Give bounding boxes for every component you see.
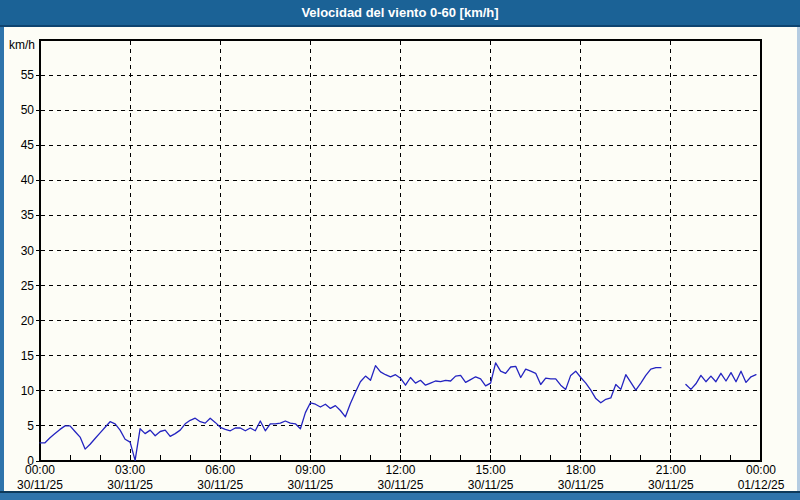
svg-text:35: 35 [21, 208, 35, 222]
svg-text:03:00: 03:00 [115, 463, 145, 477]
svg-text:30/11/25: 30/11/25 [197, 478, 243, 492]
y-axis-unit-label: km/h [9, 38, 35, 52]
svg-text:09:00: 09:00 [295, 463, 325, 477]
svg-text:01/12/25: 01/12/25 [738, 478, 785, 492]
svg-text:20: 20 [21, 314, 35, 328]
chart-window: Velocidad del viento 0-60 [km/h] 0510152… [0, 0, 800, 500]
svg-text:21:00: 21:00 [656, 463, 686, 477]
svg-text:40: 40 [21, 173, 35, 187]
svg-text:30/11/25: 30/11/25 [648, 478, 694, 492]
svg-text:30: 30 [21, 244, 35, 258]
svg-text:50: 50 [21, 103, 35, 117]
svg-text:30/11/25: 30/11/25 [17, 478, 63, 492]
wind-speed-chart: 051015202530354045505500:0030/11/2503:00… [0, 0, 800, 500]
svg-text:12:00: 12:00 [385, 463, 415, 477]
window-border-left [0, 27, 4, 500]
svg-text:30/11/25: 30/11/25 [468, 478, 514, 492]
svg-text:10: 10 [21, 384, 35, 398]
svg-text:06:00: 06:00 [205, 463, 235, 477]
svg-text:45: 45 [21, 138, 35, 152]
svg-text:00:00: 00:00 [746, 463, 776, 477]
chart-gridlines [41, 41, 760, 460]
svg-text:18:00: 18:00 [566, 463, 596, 477]
svg-text:15: 15 [21, 349, 35, 363]
svg-text:00:00: 00:00 [25, 463, 55, 477]
window-border-bottom [0, 491, 800, 500]
svg-text:30/11/25: 30/11/25 [558, 478, 604, 492]
svg-text:30/11/25: 30/11/25 [287, 478, 333, 492]
svg-text:30/11/25: 30/11/25 [107, 478, 153, 492]
svg-text:15:00: 15:00 [476, 463, 506, 477]
svg-text:55: 55 [21, 68, 35, 82]
svg-text:5: 5 [27, 419, 34, 433]
svg-text:25: 25 [21, 279, 35, 293]
svg-text:30/11/25: 30/11/25 [378, 478, 424, 492]
wind-speed-line [40, 363, 756, 461]
